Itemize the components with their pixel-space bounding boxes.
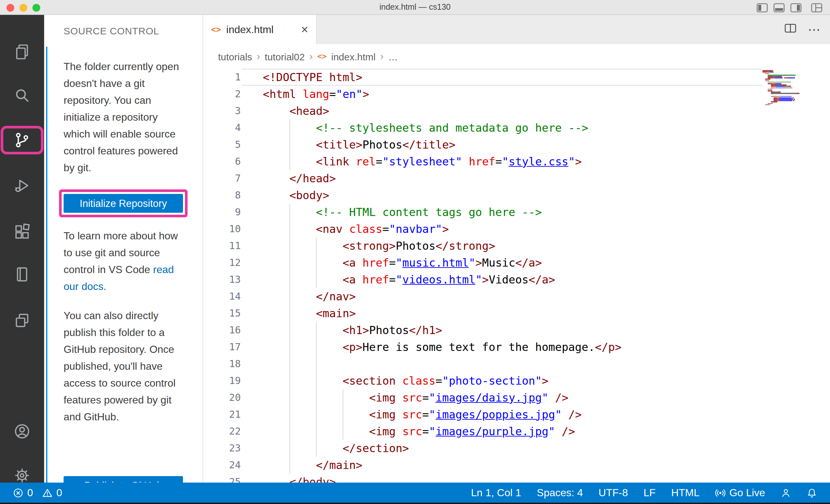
- code-line-content: <link rel="stylesheet" href="style.css">: [241, 153, 830, 170]
- code-token: <!DOCTYPE html>: [263, 71, 362, 84]
- problems-warnings[interactable]: 0: [42, 487, 62, 499]
- indent-guide: [289, 423, 290, 440]
- code-line[interactable]: 4 <!-- stylesheets and metadata go here …: [203, 120, 830, 136]
- code-line[interactable]: 14 </nav>: [203, 288, 830, 305]
- code-token: <!-- stylesheets and metadata go here --…: [263, 121, 588, 134]
- line-number: 9: [203, 204, 241, 221]
- code-line-content: <nav class="navbar">: [241, 221, 830, 237]
- editor-actions: ⋯: [785, 15, 821, 44]
- indent-guide: [289, 120, 290, 136]
- code-line[interactable]: 17 <p>Here is some text for the homepage…: [203, 339, 830, 356]
- layout-controls: [757, 0, 822, 15]
- code-line[interactable]: 11 <strong>Photos</strong>: [203, 237, 830, 254]
- code-line[interactable]: 12 <a href="music.html">Music</a>: [203, 254, 830, 271]
- indentation-setting[interactable]: Spaces: 4: [537, 487, 583, 499]
- code-line-content: <html lang="en">: [241, 86, 830, 102]
- code-editor[interactable]: 1<!DOCTYPE html>2<html lang="en">3 <head…: [203, 69, 830, 482]
- explorer-icon[interactable]: [8, 39, 36, 65]
- code-line[interactable]: 2<html lang="en">: [203, 86, 830, 102]
- line-number: 6: [203, 153, 241, 170]
- code-line[interactable]: 19 <section class="photo-section">: [203, 372, 830, 389]
- code-token: Videos: [489, 273, 529, 286]
- line-number: 10: [203, 221, 241, 237]
- code-token: <p>: [263, 340, 362, 354]
- welcome-paragraph-1: The folder currently open doesn't have a…: [64, 58, 183, 176]
- breadcrumb-item-tutorials[interactable]: tutorials: [218, 51, 252, 62]
- encoding-setting[interactable]: UTF-8: [599, 487, 628, 499]
- chevron-right-icon: ›: [257, 51, 260, 62]
- code-line[interactable]: 21 <img src="images/poppies.jpg" />: [203, 406, 830, 423]
- indent-guide: [289, 356, 290, 372]
- toggle-primary-sidebar-icon[interactable]: [757, 3, 768, 12]
- extension-a-icon[interactable]: [8, 261, 36, 288]
- search-icon[interactable]: [8, 82, 36, 108]
- notifications-bell-icon[interactable]: [807, 488, 817, 498]
- code-line[interactable]: 18: [203, 356, 830, 372]
- feedback-icon[interactable]: [781, 488, 791, 498]
- publish-button-wrap: Publish to GitHub: [64, 476, 183, 482]
- problems-errors[interactable]: 0: [13, 487, 33, 499]
- indent-guide: [343, 423, 343, 440]
- extensions-icon[interactable]: [8, 219, 36, 244]
- code-line[interactable]: 9 <!-- HTML content tags go here -->: [203, 204, 830, 221]
- run-debug-icon[interactable]: [8, 172, 36, 199]
- code-token: lang: [303, 88, 329, 101]
- minimap-line: [763, 104, 800, 105]
- code-line[interactable]: 24 </main>: [203, 457, 830, 473]
- code-line[interactable]: 3 <head>: [203, 102, 830, 120]
- language-mode[interactable]: HTML: [671, 487, 700, 499]
- code-line-content: <section class="photo-section">: [241, 372, 830, 389]
- indent-guide: [316, 322, 317, 339]
- eol-setting[interactable]: LF: [643, 487, 656, 499]
- customize-layout-icon[interactable]: [811, 3, 822, 12]
- docs-text-period: .: [103, 281, 106, 292]
- line-number: 7: [203, 170, 241, 187]
- publish-to-github-button[interactable]: Publish to GitHub: [64, 476, 183, 482]
- indent-guide: [316, 356, 317, 372]
- line-number: 16: [203, 322, 241, 339]
- status-bar-left: 0 0: [13, 487, 62, 499]
- tab-bar: <> index.html × ⋯: [203, 15, 830, 44]
- html-file-icon: <>: [317, 52, 327, 61]
- code-line[interactable]: 23 </section>: [203, 440, 830, 457]
- toggle-secondary-sidebar-icon[interactable]: [790, 3, 801, 12]
- breadcrumb-item-index-html[interactable]: index.html: [331, 51, 376, 62]
- code-token: videos.html: [402, 273, 475, 286]
- code-line-content: </nav>: [241, 288, 830, 305]
- extension-b-icon[interactable]: [8, 307, 36, 333]
- code-line[interactable]: 7 </head>: [203, 170, 830, 187]
- toggle-panel-icon[interactable]: [773, 3, 785, 12]
- code-token: [462, 155, 469, 168]
- code-line[interactable]: 15 <main>: [203, 305, 830, 322]
- indent-guide: [289, 271, 290, 288]
- code-token: href: [362, 256, 389, 269]
- initialize-repository-button[interactable]: Initialize Repository: [64, 194, 183, 213]
- scm-welcome-view: The folder currently open doesn't have a…: [46, 47, 202, 482]
- indent-guide: [289, 237, 290, 254]
- code-line[interactable]: 8 <body>: [203, 187, 830, 204]
- code-line[interactable]: 16 <h1>Photos</h1>: [203, 322, 830, 339]
- code-line-content: <img src="images/purple.jpg" />: [241, 423, 830, 440]
- code-line[interactable]: 22 <img src="images/purple.jpg" />: [203, 423, 830, 440]
- line-number: 4: [203, 120, 241, 136]
- indent-guide: [289, 136, 290, 153]
- breadcrumb-item-symbol-ellipsis[interactable]: …: [388, 51, 398, 62]
- minimap[interactable]: [763, 70, 800, 105]
- code-line[interactable]: 20 <img src="images/daisy.jpg" />: [203, 389, 830, 406]
- line-number: 21: [203, 406, 241, 423]
- close-tab-icon[interactable]: ×: [301, 23, 308, 36]
- code-line[interactable]: 1<!DOCTYPE html>: [203, 69, 830, 86]
- code-line[interactable]: 25 </body>: [203, 473, 830, 482]
- go-live-button[interactable]: Go Live: [715, 487, 765, 499]
- code-line[interactable]: 5 <title>Photos</title>: [203, 136, 830, 153]
- split-editor-icon[interactable]: [785, 23, 796, 36]
- code-token: />: [548, 391, 568, 404]
- more-actions-icon[interactable]: ⋯: [808, 22, 821, 37]
- tab-index-html[interactable]: <> index.html ×: [203, 15, 317, 44]
- code-line[interactable]: 10 <nav class="navbar">: [203, 221, 830, 237]
- account-icon[interactable]: [8, 418, 36, 444]
- breadcrumb-item-tutorial02[interactable]: tutorial02: [265, 51, 305, 62]
- code-line[interactable]: 6 <link rel="stylesheet" href="style.css…: [203, 153, 830, 170]
- code-line[interactable]: 13 <a href="videos.html">Videos</a>: [203, 271, 830, 288]
- cursor-position[interactable]: Ln 1, Col 1: [471, 487, 521, 499]
